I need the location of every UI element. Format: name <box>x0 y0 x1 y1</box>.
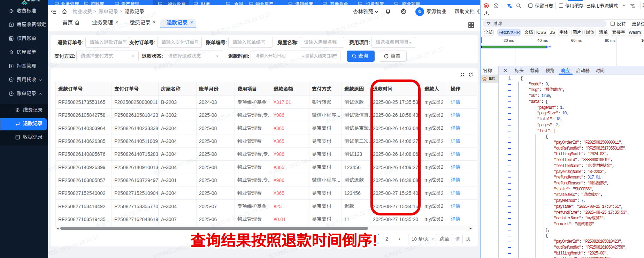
svg-text:查询结果按照退款时间倒序!: 查询结果按照退款时间倒序! <box>191 233 378 250</box>
